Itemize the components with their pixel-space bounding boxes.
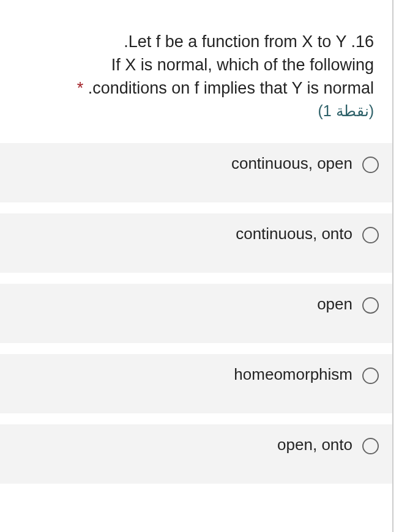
radio-icon [362, 227, 379, 243]
question-number: .16 [351, 32, 374, 51]
option-2[interactable]: continuous, onto [0, 213, 392, 273]
question-block: .Let f be a function from X to Y .16 If … [0, 31, 392, 120]
option-1[interactable]: continuous, open [0, 143, 392, 202]
option-label: continuous, onto [236, 224, 352, 243]
required-asterisk: * [77, 79, 84, 97]
radio-icon [362, 438, 379, 454]
option-label: continuous, open [231, 154, 352, 173]
option-3[interactable]: open [0, 284, 392, 343]
option-label: homeomorphism [234, 365, 352, 384]
radio-icon [362, 157, 379, 173]
radio-icon [362, 297, 379, 314]
option-label: open, onto [277, 435, 352, 454]
question-line3: .conditions on f implies that Y is norma… [88, 79, 374, 97]
option-label: open [317, 295, 352, 314]
question-text: .Let f be a function from X to Y .16 If … [0, 31, 374, 100]
option-5[interactable]: open, onto [0, 424, 392, 484]
question-line2: If X is normal, which of the following [111, 56, 374, 74]
radio-icon [362, 368, 379, 384]
points-label: (1 نقطة) [0, 102, 374, 120]
option-4[interactable]: homeomorphism [0, 354, 392, 413]
question-line1: .Let f be a function from X to Y [124, 32, 346, 51]
form-container: .Let f be a function from X to Y .16 If … [0, 0, 393, 532]
